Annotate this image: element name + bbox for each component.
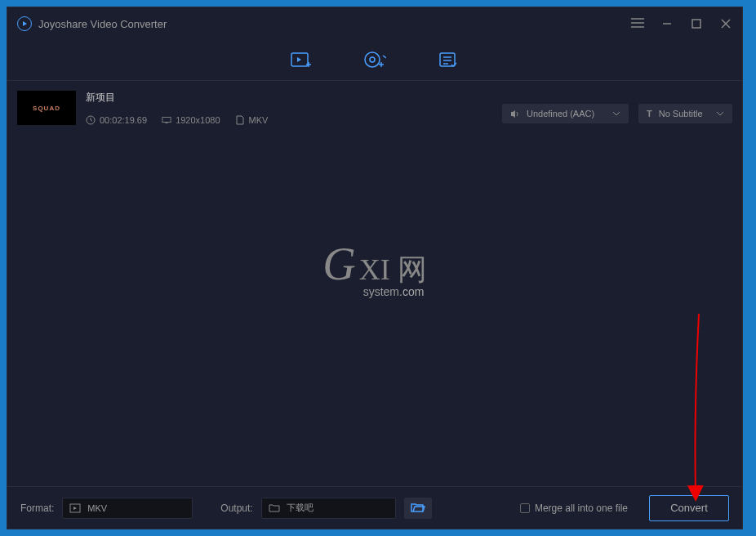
file-item[interactable]: SQUAD 新项目 00:02:19.69 1920x1080 MKV	[7, 81, 742, 135]
video-file-icon	[69, 503, 81, 513]
svg-rect-4	[692, 20, 700, 28]
close-button[interactable]	[719, 17, 732, 30]
titlebar-right	[631, 17, 732, 31]
file-title: 新项目	[86, 91, 492, 105]
svg-rect-19	[162, 118, 171, 123]
titlebar: Joyoshare Video Converter	[7, 7, 742, 40]
file-controls: Undefined (AAC) T No Subtitle	[502, 91, 732, 125]
video-thumbnail[interactable]: SQUAD	[17, 91, 76, 125]
convert-button[interactable]: Convert	[649, 495, 729, 521]
subtitle-select[interactable]: T No Subtitle	[638, 104, 732, 123]
output-label: Output:	[220, 502, 252, 514]
app-logo-icon	[17, 16, 32, 31]
task-list-button[interactable]	[436, 51, 460, 70]
maximize-button[interactable]	[690, 17, 703, 30]
menu-icon[interactable]	[631, 17, 644, 31]
add-video-button[interactable]	[289, 51, 314, 70]
container-meta: MKV	[235, 115, 269, 125]
titlebar-left: Joyoshare Video Converter	[17, 16, 167, 31]
clock-icon	[86, 115, 96, 125]
merge-checkbox[interactable]: Merge all into one file	[520, 502, 628, 514]
chevron-down-icon	[716, 111, 724, 116]
svg-point-10	[365, 52, 380, 67]
file-list: SQUAD 新项目 00:02:19.69 1920x1080 MKV	[7, 81, 742, 486]
speaker-icon	[510, 109, 520, 118]
app-window: Joyoshare Video Converter SQUAD 新项目	[7, 7, 743, 529]
add-disc-button[interactable]	[362, 51, 387, 70]
app-title: Joyoshare Video Converter	[38, 18, 167, 30]
bottom-bar: Format: MKV Output: 下载吧 Merge all into o…	[7, 486, 742, 529]
chevron-down-icon	[612, 111, 620, 116]
duration-meta: 00:02:19.69	[86, 115, 147, 125]
folder-icon	[269, 503, 280, 512]
format-select[interactable]: MKV	[62, 498, 193, 519]
subtitle-icon: T	[647, 109, 652, 118]
audio-track-select[interactable]: Undefined (AAC)	[502, 104, 629, 123]
toolbar	[7, 40, 742, 81]
output-path[interactable]: 下载吧	[261, 498, 396, 519]
resolution-meta: 1920x1080	[162, 115, 220, 125]
file-meta: 00:02:19.69 1920x1080 MKV	[86, 115, 492, 125]
file-info: 新项目 00:02:19.69 1920x1080 MKV	[86, 91, 492, 125]
minimize-button[interactable]	[660, 17, 674, 30]
checkbox-icon	[520, 503, 530, 513]
format-label: Format:	[20, 502, 54, 514]
svg-point-11	[370, 57, 375, 62]
browse-folder-button[interactable]	[404, 498, 432, 519]
file-icon	[235, 115, 245, 125]
monitor-icon	[162, 115, 171, 125]
